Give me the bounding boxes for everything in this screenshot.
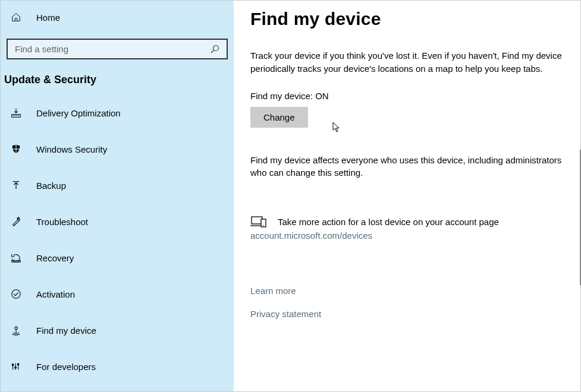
account-action-row: Take more action for a lost device on yo… [250, 215, 564, 228]
svg-point-9 [17, 363, 19, 365]
search-input[interactable] [15, 44, 210, 54]
find-device-icon [10, 324, 22, 336]
svg-rect-1 [12, 115, 20, 118]
sidebar-item-delivery-optimization[interactable]: Delivery Optimization [4, 99, 230, 127]
account-devices-link[interactable]: account.microsoft.com/devices [250, 230, 564, 241]
sidebar-item-find-my-device[interactable]: Find my device [4, 317, 230, 344]
svg-rect-3 [12, 148, 20, 149]
sidebar-item-label: Troubleshoot [36, 217, 88, 227]
sidebar-item-activation[interactable]: Activation [4, 280, 230, 308]
devices-icon [250, 215, 267, 228]
sidebar-item-label: Activation [36, 289, 75, 299]
svg-point-7 [12, 364, 14, 366]
backup-icon [10, 179, 22, 191]
sidebar-item-label: For developers [36, 362, 96, 372]
sidebar-item-label: Backup [36, 181, 66, 191]
sidebar: Home Update & Security [1, 1, 234, 391]
sidebar-item-recovery[interactable]: Recovery [4, 244, 230, 271]
change-button[interactable]: Change [250, 107, 308, 128]
activation-icon [10, 288, 22, 300]
privacy-statement-link[interactable]: Privacy statement [250, 309, 564, 319]
search-icon [210, 45, 219, 54]
sidebar-item-windows-security[interactable]: Windows Security [4, 135, 230, 163]
page-title: Find my device [250, 9, 564, 29]
sidebar-item-label: Find my device [36, 325, 96, 336]
home-icon [10, 11, 22, 23]
search-input-box[interactable] [7, 39, 228, 59]
sidebar-item-label: Delivery Optimization [36, 108, 121, 118]
svg-rect-10 [252, 217, 262, 224]
sidebar-heading: Update & Security [4, 70, 230, 99]
svg-rect-12 [263, 226, 264, 226]
page-description: Track your device if you think you've lo… [250, 49, 564, 75]
account-action-text: Take more action for a lost device on yo… [278, 217, 499, 227]
sidebar-item-for-developers[interactable]: For developers [4, 353, 230, 380]
svg-point-5 [12, 290, 20, 298]
delivery-optimization-icon [10, 107, 22, 119]
main-content: Find my device Track your device if you … [234, 1, 580, 391]
sidebar-item-label: Windows Security [36, 144, 107, 154]
svg-point-6 [15, 327, 18, 330]
wrench-icon [10, 216, 22, 227]
find-my-device-status: Find my device: ON [250, 91, 564, 101]
recovery-icon [10, 252, 22, 264]
shield-icon [10, 143, 22, 155]
home-label: Home [36, 12, 60, 23]
svg-point-8 [15, 366, 17, 368]
affect-description: Find my device affects everyone who uses… [250, 154, 564, 180]
sidebar-item-troubleshoot[interactable]: Troubleshoot [4, 208, 230, 235]
developers-icon [10, 361, 22, 372]
sidebar-item-label: Recovery [36, 253, 74, 263]
sidebar-item-backup[interactable]: Backup [4, 172, 230, 199]
learn-more-link[interactable]: Learn more [250, 286, 564, 296]
svg-rect-4 [12, 261, 20, 263]
home-nav[interactable]: Home [4, 5, 230, 29]
sidebar-nav-list: Delivery Optimization Windows Security [4, 99, 230, 380]
